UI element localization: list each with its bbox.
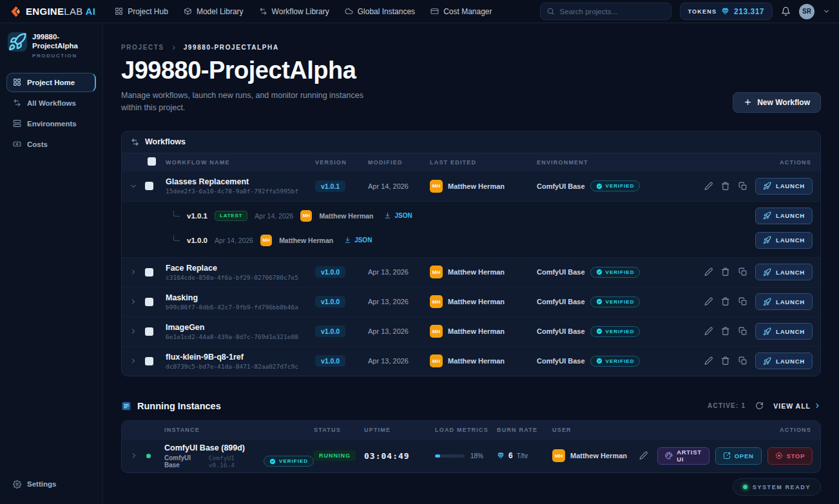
tree-corner	[173, 211, 180, 217]
edit-icon[interactable]	[639, 451, 648, 460]
palette-icon	[665, 452, 673, 460]
nav-label: Cost Manager	[443, 7, 492, 16]
row-checkbox[interactable]	[145, 357, 153, 365]
sidebar-item-label: Costs	[27, 141, 48, 148]
edit-icon[interactable]	[704, 182, 713, 191]
tokens-badge[interactable]: TOKENS 213.317	[680, 3, 773, 20]
version-badge: v1.0.1	[315, 180, 345, 192]
select-all-checkbox[interactable]	[148, 157, 156, 166]
version-number: v1.0.0	[187, 237, 207, 244]
new-workflow-label: New Workflow	[757, 98, 810, 107]
sidebar-item-project-home[interactable]: Project Home	[6, 73, 96, 92]
environment-name: ComfyUI Base	[537, 357, 585, 365]
rocket-icon	[763, 298, 771, 306]
delete-icon[interactable]	[721, 182, 730, 191]
workflow-row[interactable]: Masking b99c86f7-8db6-42c7-9fb9-fd796bb0…	[122, 287, 820, 316]
workflow-name: flux-klein-9B-q8-1ref	[166, 353, 315, 362]
stop-icon	[775, 452, 783, 460]
workflows-table-header: WORKFLOW NAME VERSION MODIFIED LAST EDIT…	[122, 153, 820, 171]
chevron-down-icon[interactable]	[130, 182, 137, 190]
workflow-name: Glasses Replacement	[166, 177, 315, 186]
duplicate-icon[interactable]	[738, 182, 747, 191]
delete-icon[interactable]	[721, 356, 730, 365]
duplicate-icon[interactable]	[738, 267, 747, 276]
check-circle-icon	[596, 358, 603, 364]
verified-badge: VERIFIED	[590, 356, 641, 367]
chevron-right-icon[interactable]	[130, 327, 137, 335]
new-workflow-button[interactable]: New Workflow	[733, 92, 821, 113]
load-percent: 18%	[470, 452, 483, 460]
chevron-right-icon	[171, 44, 177, 51]
bell-icon[interactable]	[781, 6, 791, 16]
duplicate-icon[interactable]	[738, 297, 747, 306]
row-checkbox[interactable]	[145, 268, 153, 276]
col-actions: ACTIONS	[675, 159, 820, 166]
environment-name: ComfyUI Base	[537, 298, 585, 305]
edit-icon[interactable]	[704, 356, 713, 365]
status-dot	[743, 485, 747, 489]
breadcrumb-root[interactable]: PROJECTS	[121, 44, 164, 51]
duplicate-icon[interactable]	[738, 356, 747, 365]
model-icon	[184, 7, 192, 15]
sidebar-nav: Project Home All Workflows Environments …	[6, 73, 96, 155]
sidebar-item-all-workflows[interactable]: All Workflows	[6, 93, 96, 113]
search-input[interactable]	[540, 3, 671, 20]
nav-global-instances[interactable]: Global Instances	[345, 7, 415, 16]
artist-ui-button[interactable]: ARTIST UI	[657, 447, 709, 465]
user-avatar[interactable]: SR	[799, 4, 815, 19]
workflow-name: ImageGen	[166, 323, 315, 332]
workflow-name: Face Replace	[166, 264, 315, 273]
launch-button[interactable]: LAUNCH	[755, 232, 813, 249]
row-checkbox[interactable]	[145, 327, 153, 336]
launch-button[interactable]: LAUNCH	[755, 293, 813, 310]
page-title: J99880-ProjectAlpha	[121, 57, 379, 84]
row-checkbox[interactable]	[145, 182, 153, 190]
workflow-row[interactable]: ImageGen 6e1e1cd2-44a8-439a-8d7c-769d1e3…	[122, 316, 820, 346]
launch-button[interactable]: LAUNCH	[755, 353, 813, 369]
edit-icon[interactable]	[704, 267, 713, 276]
check-circle-icon	[596, 328, 603, 334]
nav-model-library[interactable]: Model Library	[184, 7, 244, 16]
verified-badge: VERIFIED	[590, 326, 641, 337]
download-json-link[interactable]: JSON	[384, 212, 412, 219]
delete-icon[interactable]	[721, 297, 730, 306]
sidebar-item-costs[interactable]: Costs	[6, 135, 96, 154]
workflow-row[interactable]: flux-klein-9B-q8-1ref dc0739c5-bd7e-41da…	[122, 346, 820, 376]
open-button[interactable]: OPEN	[715, 447, 762, 465]
sidebar-item-settings[interactable]: Settings	[6, 474, 96, 494]
refresh-icon[interactable]	[755, 402, 764, 410]
system-ready-label: SYSTEM READY	[753, 484, 811, 490]
tokens-label: TOKENS	[688, 8, 717, 15]
chevron-right-icon[interactable]	[130, 268, 137, 276]
workflow-row[interactable]: Face Replace c3164cde-850a-4f6a-bf29-027…	[122, 257, 820, 287]
col-status: STATUS	[314, 427, 364, 433]
stop-button[interactable]: STOP	[767, 447, 813, 465]
nav-workflow-library[interactable]: Workflow Library	[259, 7, 329, 16]
breadcrumb-current: J99880-PROJECTALPHA	[184, 44, 279, 51]
instance-row[interactable]: ComfyUI Base (899d) ComfyUI Base ComfyUI…	[122, 439, 820, 472]
launch-button[interactable]: LAUNCH	[755, 323, 813, 340]
edit-icon[interactable]	[704, 297, 713, 306]
chevron-right-icon[interactable]	[130, 357, 137, 365]
delete-icon[interactable]	[721, 267, 730, 276]
download-json-link[interactable]: JSON	[344, 237, 372, 244]
editor-name: Matthew Herman	[448, 357, 505, 365]
chevron-right-icon[interactable]	[130, 452, 138, 460]
chevron-right-icon[interactable]	[130, 298, 137, 305]
row-checkbox[interactable]	[145, 298, 153, 306]
workflow-row[interactable]: Glasses Replacement 15dee2f3-6a10-4c78-9…	[122, 171, 820, 201]
duplicate-icon[interactable]	[738, 327, 747, 336]
launch-button[interactable]: LAUNCH	[755, 178, 813, 195]
search	[540, 3, 671, 20]
view-all-button[interactable]: VIEW ALL	[773, 402, 821, 410]
nav-cost-manager[interactable]: Cost Manager	[430, 7, 492, 16]
chevron-down-icon[interactable]	[823, 8, 830, 15]
delete-icon[interactable]	[721, 327, 730, 336]
nav-project-hub[interactable]: Project Hub	[115, 7, 168, 16]
brand-logo[interactable]: ENGINELABAI	[9, 5, 95, 18]
launch-button[interactable]: LAUNCH	[755, 264, 813, 280]
edit-icon[interactable]	[704, 327, 713, 336]
gear-icon	[13, 480, 21, 489]
launch-button[interactable]: LAUNCH	[755, 208, 813, 224]
sidebar-item-environments[interactable]: Environments	[6, 114, 96, 133]
